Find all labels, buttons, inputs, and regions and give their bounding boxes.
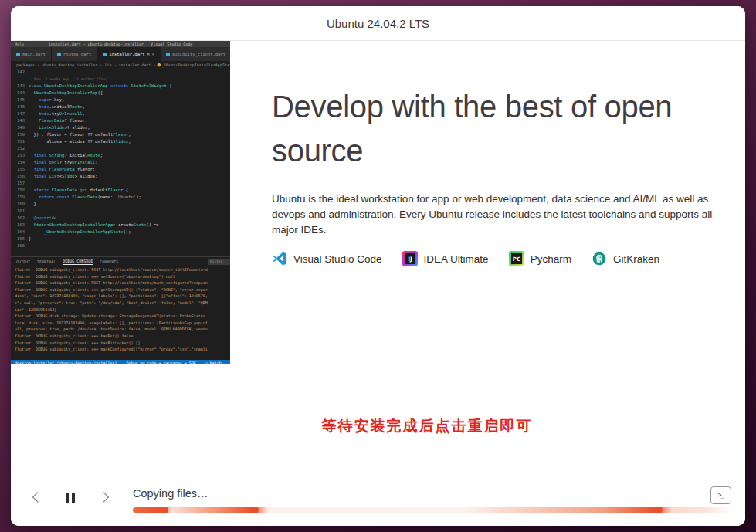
svg-text:PC: PC	[512, 256, 520, 263]
terminal-icon: >_	[718, 492, 724, 499]
dart-file-icon	[57, 53, 61, 56]
installer-window: Ubuntu 24.04.2 LTS Help installer.dart -…	[11, 6, 745, 526]
dart-file-icon	[16, 53, 20, 56]
pycharm-icon: PC	[509, 251, 524, 266]
ide-item-idea: IJIDEA Ultimate	[402, 251, 489, 266]
chevron-right-icon	[97, 492, 108, 503]
vscode-icon	[272, 251, 287, 266]
ide-list: Visual Studio CodeIJIDEA UltimatePCPycha…	[272, 251, 659, 266]
vscode-panel-tabs: OUTPUTTERMINALDEBUG CONSOLECOMMENTSFilte…	[11, 256, 230, 266]
vscode-tab-bar: main.dartroutes.dartinstaller.dartM×subi…	[11, 47, 230, 61]
pause-slideshow-button[interactable]	[60, 487, 80, 507]
vscode-status-watch: ○ Watch	[205, 361, 222, 364]
slide-area: Help installer.dart - ubuntu-desktop-ins…	[11, 41, 745, 526]
desktop-background: Ubuntu 24.04.2 LTS Help installer.dart -…	[0, 0, 756, 532]
gitkraken-icon	[592, 251, 607, 266]
pause-icon	[66, 493, 75, 503]
vscode-panel-tab: DEBUG CONSOLE	[63, 259, 93, 265]
vscode-editor-tab: installer.dartM×	[97, 47, 160, 61]
vscode-window-title: installer.dart - ubuntu-desktop-installe…	[11, 42, 230, 46]
vscode-editor-tab: routes.dart	[52, 47, 97, 61]
ide-item-pycharm: PCPycharm	[509, 251, 571, 266]
close-icon: ×	[152, 52, 154, 56]
vscode-breadcrumb: packages › ubuntu_desktop_installer › li…	[11, 61, 230, 68]
class-symbol-icon	[157, 63, 161, 67]
vscode-code-editor: 142You, 3 weeks ago | 1 author (You)143c…	[11, 68, 230, 256]
vscode-menubar: Help installer.dart - ubuntu-desktop-ins…	[11, 41, 230, 47]
vscode-editor-tab: subiquity_client.dart	[161, 47, 230, 61]
window-titlebar: Ubuntu 24.04.2 LTS	[11, 6, 745, 41]
vscode-status-debug-config: Debug my code + packages + SDK	[126, 361, 195, 364]
chevron-left-icon	[32, 492, 42, 503]
restart-notice-text: 等待安装完成后点击重启即可	[322, 416, 533, 436]
install-progress-bar	[133, 507, 735, 513]
vscode-screenshot: Help installer.dart - ubuntu-desktop-ins…	[11, 41, 230, 364]
slide-heading: Develop with the best of open source	[272, 85, 745, 173]
install-status-label: Copying files…	[133, 487, 208, 500]
svg-text:IJ: IJ	[408, 256, 412, 263]
show-log-terminal-button[interactable]: >_	[710, 486, 731, 504]
vscode-debug-console: flutter: DEBUG subiquity_client: POST ht…	[11, 266, 230, 354]
next-slide-button[interactable]	[94, 487, 114, 507]
ide-item-gitkraken: GitKraken	[592, 251, 659, 266]
vscode-panel-tab: OUTPUT	[16, 259, 30, 264]
dart-file-icon	[166, 53, 170, 56]
slide-paragraph: Ubuntu is the ideal workstation for app …	[272, 191, 729, 238]
vscode-editor-tab: main.dart	[11, 47, 52, 61]
vscode-panel-tab: COMMENTS	[100, 259, 118, 264]
previous-slide-button[interactable]	[26, 487, 46, 507]
idea-icon: IJ	[402, 251, 418, 266]
vscode-panel-tab: TERMINAL	[37, 259, 56, 264]
dart-file-icon	[103, 53, 107, 56]
vscode-status-project: desktop_installer (ubuntu-desktop-instal…	[15, 361, 117, 364]
window-title: Ubuntu 24.04.2 LTS	[327, 17, 429, 30]
vscode-statusbar: desktop_installer (ubuntu-desktop-instal…	[11, 360, 230, 364]
ide-item-vscode: Visual Studio Code	[272, 251, 382, 266]
vscode-console-prompt: ›	[11, 354, 230, 360]
vscode-filter-input: Filter	[208, 259, 230, 265]
